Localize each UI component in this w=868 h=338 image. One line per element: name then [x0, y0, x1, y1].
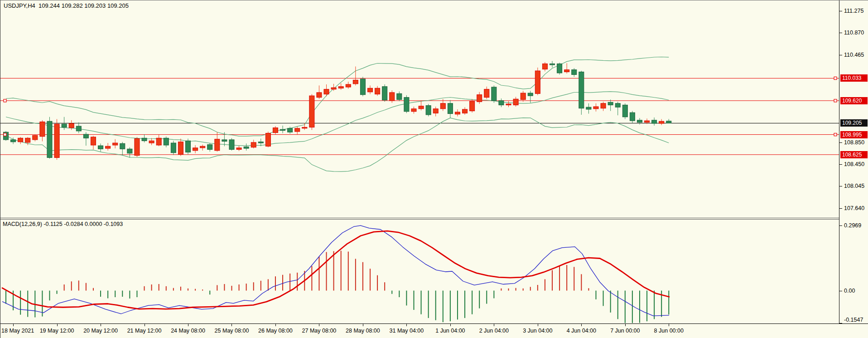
candle	[273, 126, 278, 134]
candle	[178, 139, 183, 156]
price-tick-label: 108.450	[844, 161, 864, 168]
price-tick	[839, 208, 842, 209]
price-tick-label: 110.870	[844, 29, 864, 36]
time-tick-label: 19 May 12:00	[32, 328, 82, 334]
line-handle[interactable]	[834, 77, 837, 79]
time-tick	[275, 324, 276, 326]
candle	[572, 68, 577, 77]
candle	[135, 137, 140, 157]
candle	[542, 62, 547, 71]
line-handle[interactable]	[4, 133, 6, 136]
price-level-badge: 108.625	[840, 151, 868, 158]
candle	[666, 119, 671, 123]
time-tick	[57, 324, 58, 326]
chart-title: USDJPY,H4 109.244 109.282 109.203 109.20…	[4, 2, 129, 9]
time-tick-label: 20 May 12:00	[76, 328, 125, 334]
main-price-chart[interactable]: USDJPY,H4 109.244 109.282 109.203 109.20…	[0, 0, 839, 218]
macd-indicator-panel[interactable]: MACD(12,26,9) -0.1125 -0.0284 0.0000 -0.…	[0, 220, 839, 323]
candle	[557, 63, 562, 74]
candle	[492, 85, 497, 103]
candle	[193, 145, 198, 153]
candle	[236, 146, 241, 151]
price-level-badge: 110.033	[840, 74, 868, 82]
candle	[550, 61, 555, 68]
candle	[18, 137, 23, 144]
time-axis[interactable]: 18 May 202119 May 12:0020 May 12:0021 Ma…	[0, 323, 868, 338]
candle	[47, 117, 52, 159]
candle	[171, 141, 176, 155]
candle	[528, 91, 533, 103]
candle	[54, 119, 59, 160]
time-tick	[319, 324, 319, 326]
time-tick-label: 21 May 12:00	[120, 328, 169, 334]
candle	[207, 143, 212, 152]
macd-axis-label: 0.00	[844, 287, 855, 294]
candle	[513, 97, 518, 107]
candle	[535, 68, 540, 95]
candle	[615, 102, 620, 115]
candle	[448, 100, 453, 118]
candle	[91, 136, 96, 150]
time-tick	[363, 324, 363, 326]
candle	[455, 109, 460, 117]
macd-signal-line	[2, 231, 669, 309]
price-level-badge: 108.995	[840, 131, 868, 138]
price-tick	[839, 55, 842, 55]
price-level-badge: 109.620	[840, 97, 868, 104]
candle	[470, 99, 475, 113]
time-tick-label: 7 Jun 00:00	[600, 328, 650, 334]
candle	[106, 143, 111, 151]
candle	[200, 145, 205, 151]
time-tick	[625, 324, 626, 326]
macd-axis-label: -0.1547	[844, 316, 863, 323]
time-tick	[188, 324, 188, 326]
horizontal-level-lines[interactable]	[0, 78, 839, 154]
candle	[368, 85, 373, 94]
price-chart-canvas[interactable]	[0, 0, 839, 218]
candle	[586, 103, 591, 114]
candle	[229, 138, 234, 151]
price-axis[interactable]: 111.275110.870110.465108.850108.450108.0…	[839, 0, 868, 323]
macd-indicator-label: MACD(12,26,9) -0.1125 -0.0284 0.0000 -0.…	[3, 221, 123, 227]
time-tick	[13, 324, 14, 326]
time-tick	[669, 324, 669, 326]
time-tick	[101, 324, 101, 326]
candle	[120, 142, 125, 156]
price-tick	[839, 11, 842, 11]
candle	[295, 127, 300, 135]
candle	[404, 95, 409, 113]
candle	[659, 119, 664, 125]
candle	[164, 137, 169, 147]
candle	[390, 90, 395, 103]
time-tick-label: 26 May 08:00	[251, 328, 300, 334]
time-tick	[406, 324, 407, 326]
candle	[593, 103, 598, 112]
time-tick-label: 28 May 08:00	[338, 328, 388, 334]
time-tick	[231, 324, 232, 326]
candle	[346, 82, 351, 89]
candle	[317, 85, 322, 99]
time-tick-label: 3 Jun 04:00	[513, 328, 563, 334]
time-tick-label: 2 Jun 04:00	[469, 328, 519, 334]
candle	[375, 86, 380, 96]
candle	[280, 126, 285, 133]
candle	[360, 77, 365, 96]
candle	[506, 101, 511, 107]
time-tick	[581, 324, 582, 326]
line-handle[interactable]	[4, 99, 6, 102]
macd-canvas[interactable]	[0, 220, 839, 323]
time-tick-label: 8 Jun 00:00	[644, 328, 694, 334]
trading-chart-window: USDJPY,H4 109.244 109.282 109.203 109.20…	[0, 0, 868, 338]
candle	[40, 120, 45, 142]
candles-layer	[4, 61, 671, 160]
price-tick	[839, 33, 842, 33]
candle	[142, 134, 147, 142]
candle	[397, 92, 402, 102]
line-handle[interactable]	[834, 133, 837, 136]
candle	[382, 84, 387, 102]
candle	[433, 107, 438, 117]
line-handle[interactable]	[834, 99, 837, 102]
macd-axis-tick	[839, 291, 842, 291]
candle	[302, 123, 307, 130]
candle	[251, 140, 256, 148]
